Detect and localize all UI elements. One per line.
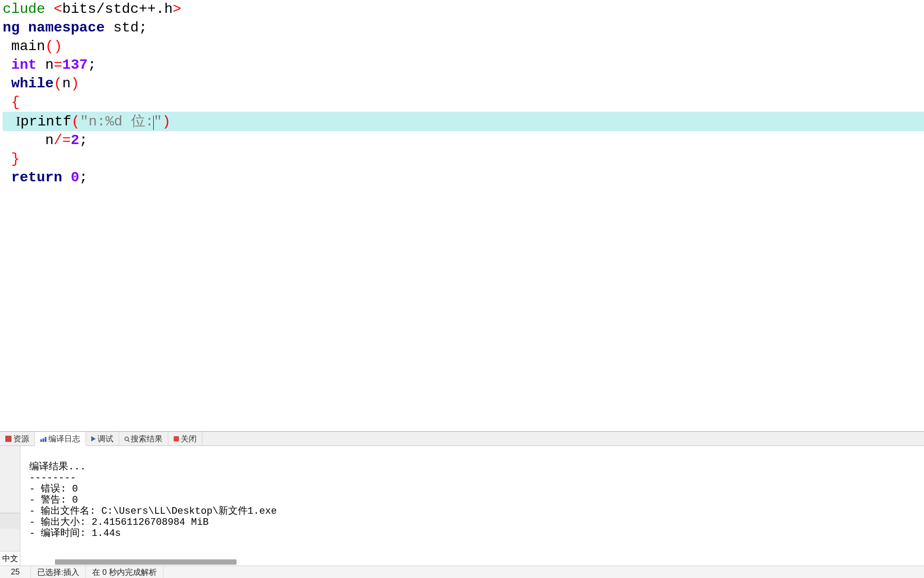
search-icon bbox=[124, 437, 129, 441]
code-line-7[interactable]: { bbox=[3, 93, 924, 112]
code-editor[interactable]: clude <bits/stdc++.h> ng namespace std; … bbox=[0, 0, 924, 431]
close-icon bbox=[174, 436, 179, 441]
num-2: 2 bbox=[71, 132, 79, 148]
brace-close: } bbox=[3, 151, 19, 167]
tab-label: 调试 bbox=[97, 434, 113, 444]
log-line: - 错误: 0 bbox=[29, 484, 78, 495]
status-selection-mode: 已选择:插入 bbox=[31, 566, 86, 578]
parens-main: () bbox=[45, 38, 62, 55]
code-line-6[interactable]: while(n) bbox=[3, 74, 924, 93]
side-lang-label[interactable]: 中文 bbox=[0, 551, 20, 566]
side-button[interactable] bbox=[0, 513, 20, 529]
num-0: 0 bbox=[71, 169, 79, 186]
tab-label: 编译日志 bbox=[48, 434, 80, 444]
horizontal-scrollbar[interactable] bbox=[55, 559, 237, 565]
paren-open: ( bbox=[71, 113, 80, 130]
angle-close: > bbox=[173, 1, 181, 17]
semicolon: ; bbox=[79, 169, 88, 186]
string-quote: " bbox=[154, 113, 162, 130]
indent-n: n bbox=[3, 132, 54, 148]
log-line: -------- bbox=[29, 473, 76, 484]
string-body: n:%d 位: bbox=[89, 113, 154, 130]
kw-namespace: namespace bbox=[28, 20, 105, 36]
tab-resources[interactable]: 资源 bbox=[0, 432, 35, 445]
kw-while: while bbox=[3, 75, 54, 92]
tab-close[interactable]: 关闭 bbox=[168, 432, 202, 445]
code-line-9[interactable]: n/=2; bbox=[3, 131, 924, 150]
ident-printf: printf bbox=[20, 113, 71, 130]
log-line: 编译结果... bbox=[29, 461, 86, 473]
code-line-3[interactable]: main() bbox=[3, 37, 924, 56]
op-assign: = bbox=[54, 57, 62, 73]
compile-log-icon bbox=[40, 436, 47, 442]
space bbox=[62, 169, 70, 186]
op-diveq: /= bbox=[54, 132, 70, 148]
ident-n: n bbox=[62, 75, 70, 92]
log-line: - 输出大小: 2.41561126708984 MiB bbox=[29, 517, 209, 528]
output-panel: 资源 编译日志 调试 搜索结果 关闭 中文 编译结果... -------- -… bbox=[0, 431, 924, 566]
tab-compile-log[interactable]: 编译日志 bbox=[35, 432, 86, 446]
status-parse-time: 在 0 秒内完成解析 bbox=[86, 566, 163, 578]
text-cursor-icon: I bbox=[3, 113, 20, 128]
status-bar: 25 已选择:插入 在 0 秒内完成解析 bbox=[0, 566, 924, 578]
resources-icon bbox=[5, 436, 12, 442]
kw-using-frag: ng bbox=[3, 20, 28, 36]
kw-int: int bbox=[3, 57, 37, 73]
brace-open: { bbox=[3, 94, 19, 110]
code-line-10[interactable]: } bbox=[3, 150, 924, 168]
output-tab-bar: 资源 编译日志 调试 搜索结果 关闭 bbox=[0, 432, 924, 446]
code-line-2[interactable]: ng namespace std; bbox=[3, 19, 924, 37]
side-column: 中文 bbox=[0, 446, 20, 566]
kw-return: return bbox=[3, 169, 62, 186]
code-line-8-current[interactable]: Iprintf("n:%d 位:") bbox=[3, 112, 924, 131]
ident-main: main bbox=[3, 38, 45, 55]
log-line: - 编译时间: 1.44s bbox=[29, 528, 121, 539]
code-line-1[interactable]: clude <bits/stdc++.h> bbox=[3, 0, 924, 19]
paren-close: ) bbox=[71, 75, 79, 92]
angle-open: < bbox=[54, 1, 62, 17]
compile-log-output[interactable]: 编译结果... -------- - 错误: 0 - 警告: 0 - 输出文件名… bbox=[20, 446, 924, 566]
tab-label: 关闭 bbox=[181, 434, 197, 444]
semicolon: ; bbox=[79, 132, 88, 148]
code-line-5[interactable]: int n=137; bbox=[3, 56, 924, 74]
log-line: - 输出文件名: C:\Users\LL\Desktop\新文件1.exe bbox=[29, 506, 277, 517]
tab-label: 资源 bbox=[13, 434, 29, 444]
tab-search-results[interactable]: 搜索结果 bbox=[119, 432, 168, 445]
semicolon: ; bbox=[88, 57, 96, 73]
ident-n: n bbox=[37, 57, 54, 73]
string-quote: " bbox=[80, 113, 88, 130]
debug-icon bbox=[91, 436, 96, 441]
header-name: bits/stdc++.h bbox=[62, 1, 173, 17]
status-column-number: 25 bbox=[0, 566, 31, 578]
log-line: - 警告: 0 bbox=[29, 495, 78, 506]
code-line-11[interactable]: return 0; bbox=[3, 168, 924, 187]
tab-label: 搜索结果 bbox=[131, 434, 163, 444]
ident-std: std bbox=[105, 20, 139, 36]
paren-close: ) bbox=[162, 113, 171, 130]
tab-debug[interactable]: 调试 bbox=[86, 432, 119, 445]
panel-body: 中文 编译结果... -------- - 错误: 0 - 警告: 0 - 输出… bbox=[0, 446, 924, 566]
semicolon: ; bbox=[139, 20, 147, 36]
num-137: 137 bbox=[62, 57, 88, 73]
preproc-include: clude bbox=[3, 1, 54, 17]
paren-open: ( bbox=[54, 75, 62, 92]
